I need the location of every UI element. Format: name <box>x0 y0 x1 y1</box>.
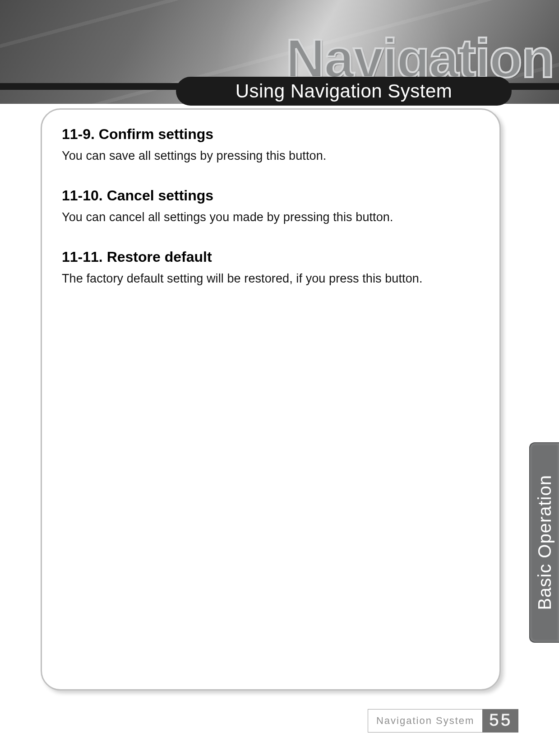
section-body: You can cancel all settings you made by … <box>62 210 480 224</box>
section-heading: 11-11. Restore default <box>62 249 480 265</box>
section-heading: 11-9. Confirm settings <box>62 126 480 143</box>
section-confirm-settings: 11-9. Confirm settings You can save all … <box>62 126 480 163</box>
section-heading: 11-10. Cancel settings <box>62 187 480 204</box>
section-body: You can save all settings by pressing th… <box>62 149 480 163</box>
section-cancel-settings: 11-10. Cancel settings You can cancel al… <box>62 187 480 224</box>
side-tab-basic-operation: Basic Operation <box>529 442 559 643</box>
section-body: The factory default setting will be rest… <box>62 272 480 286</box>
footer-section-label: Navigation System <box>368 709 482 733</box>
footer-page-number: 55 <box>482 709 518 733</box>
page-footer: Navigation System 55 <box>368 709 518 733</box>
section-title-pill: Using Navigation System <box>176 77 512 106</box>
section-restore-default: 11-11. Restore default The factory defau… <box>62 249 480 286</box>
content-card: 11-9. Confirm settings You can save all … <box>41 108 501 691</box>
side-tab-label: Basic Operation <box>535 475 555 610</box>
section-title-text: Using Navigation System <box>176 77 512 106</box>
